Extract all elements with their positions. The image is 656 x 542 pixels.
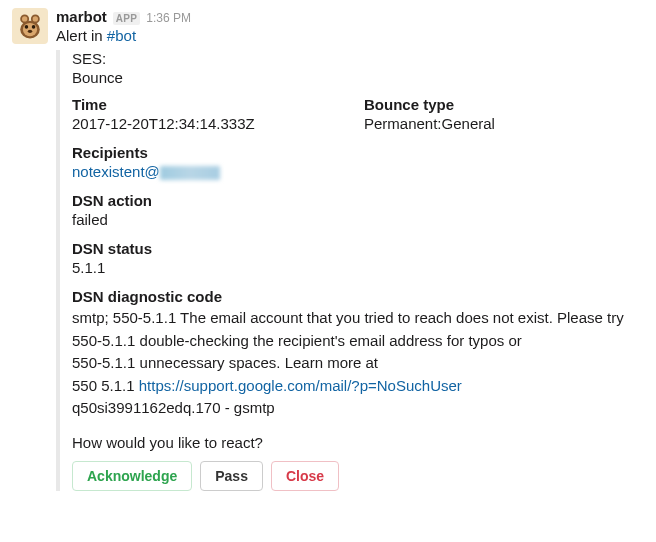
field-dsn-diag: DSN diagnostic code smtp; 550-5.1.1 The … [72,288,636,420]
bounce-type-label: Bounce type [364,96,636,113]
field-time: Time 2017-12-20T12:34:14.333Z [72,96,344,132]
dsn-diag-label: DSN diagnostic code [72,288,636,305]
time-value: 2017-12-20T12:34:14.333Z [72,115,344,132]
app-badge: APP [113,12,140,25]
alert-prefix: Alert in [56,27,107,44]
message-header: marbot APP 1:36 PM [56,8,644,25]
diag-line-4: 550 5.1.1 https://support.google.com/mai… [72,375,636,398]
svg-point-4 [22,16,27,21]
diag-line-1: smtp; 550-5.1.1 The email account that y… [72,307,636,330]
support-link[interactable]: https://support.google.com/mail/?p=NoSuc… [139,377,462,394]
message-content: marbot APP 1:36 PM Alert in #bot SES: Bo… [56,8,644,497]
svg-point-7 [32,25,36,29]
attachment: SES: Bounce Time 2017-12-20T12:34:14.333… [56,50,644,491]
acknowledge-button[interactable]: Acknowledge [72,461,192,491]
action-buttons: Acknowledge Pass Close [72,461,636,491]
dsn-diag-value: smtp; 550-5.1.1 The email account that y… [72,307,636,420]
alert-text: Alert in #bot [56,27,644,44]
channel-link[interactable]: #bot [107,27,136,44]
svg-point-1 [23,23,37,36]
recipients-label: Recipients [72,144,636,161]
diag-line-3: 550-5.1.1 unnecessary spaces. Learn more… [72,352,636,375]
svg-point-8 [28,30,32,33]
redacted-domain [160,166,220,180]
username[interactable]: marbot [56,8,107,25]
dsn-action-value: failed [72,211,636,228]
recipients-value: notexistent@ [72,163,636,180]
recipient-email[interactable]: notexistent@ [72,163,220,180]
fields-row-1: Time 2017-12-20T12:34:14.333Z Bounce typ… [72,96,636,132]
bounce-value: Bounce [72,69,636,86]
field-recipients: Recipients notexistent@ [72,144,636,180]
react-prompt: How would you like to react? [72,434,636,451]
bounce-type-value: Permanent:General [364,115,636,132]
pass-button[interactable]: Pass [200,461,263,491]
dsn-action-label: DSN action [72,192,636,209]
field-dsn-action: DSN action failed [72,192,636,228]
timestamp[interactable]: 1:36 PM [146,11,191,25]
time-label: Time [72,96,344,113]
svg-point-5 [33,16,38,21]
close-button[interactable]: Close [271,461,339,491]
diag-line-2: 550-5.1.1 double-checking the recipient'… [72,330,636,353]
avatar [12,8,48,44]
ses-label: SES: [72,50,636,67]
slack-message: marbot APP 1:36 PM Alert in #bot SES: Bo… [12,8,644,497]
svg-point-6 [25,25,29,29]
dsn-status-value: 5.1.1 [72,259,636,276]
field-bounce-type: Bounce type Permanent:General [364,96,636,132]
field-dsn-status: DSN status 5.1.1 [72,240,636,276]
dsn-status-label: DSN status [72,240,636,257]
diag-line-5: q50si3991162edq.170 - gsmtp [72,397,636,420]
